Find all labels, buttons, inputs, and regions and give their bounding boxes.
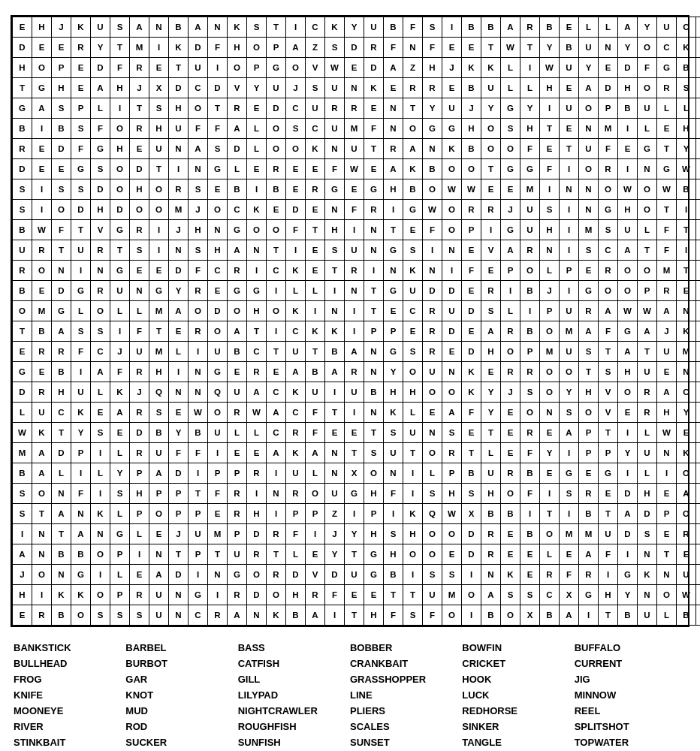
grid-cell: I	[345, 301, 364, 321]
grid-cell: B	[540, 17, 560, 38]
grid-cell: P	[228, 463, 247, 484]
grid-cell: F	[110, 58, 130, 78]
grid-cell: B	[520, 321, 540, 342]
grid-cell: E	[696, 159, 701, 179]
grid-cell: O	[696, 179, 701, 200]
grid-cell: L	[110, 504, 130, 524]
grid-cell: R	[91, 240, 110, 261]
grid-cell: M	[130, 38, 149, 58]
grid-cell: T	[481, 159, 501, 179]
grid-cell: I	[481, 220, 501, 240]
grid-cell: G	[71, 565, 91, 585]
grid-cell: F	[306, 403, 325, 423]
grid-cell: K	[696, 58, 701, 78]
grid-cell: D	[91, 179, 110, 200]
grid-cell: R	[130, 403, 149, 423]
grid-cell: W	[247, 403, 267, 423]
grid-cell: U	[696, 119, 701, 139]
grid-cell: Q	[149, 382, 169, 403]
grid-cell: D	[71, 200, 91, 220]
grid-cell: Y	[325, 544, 345, 565]
grid-cell: G	[599, 200, 618, 220]
grid-cell: T	[481, 423, 501, 443]
grid-cell: I	[267, 463, 286, 484]
grid-cell: G	[364, 179, 384, 200]
grid-cell: R	[481, 200, 501, 220]
grid-cell: O	[618, 281, 638, 301]
grid-cell: O	[110, 179, 130, 200]
grid-cell: R	[267, 159, 286, 179]
grid-cell: M	[169, 200, 189, 220]
word-item: SUNFISH	[238, 735, 350, 749]
grid-cell: O	[32, 261, 52, 281]
grid-cell: A	[657, 382, 677, 403]
grid-cell: L	[71, 301, 91, 321]
grid-cell: G	[91, 139, 110, 159]
grid-cell: O	[306, 484, 325, 504]
grid-cell: B	[32, 321, 52, 342]
grid-cell: P	[110, 585, 130, 605]
grid-cell: R	[286, 423, 306, 443]
grid-cell: R	[247, 463, 267, 484]
grid-cell: T	[403, 585, 423, 605]
grid-cell: I	[540, 179, 560, 200]
grid-cell: P	[110, 544, 130, 565]
grid-cell: W	[618, 301, 638, 321]
grid-cell: G	[71, 281, 91, 301]
grid-cell: R	[579, 484, 599, 504]
grid-cell: A	[228, 605, 247, 626]
grid-cell: U	[345, 382, 364, 403]
grid-cell: N	[32, 544, 52, 565]
grid-cell: T	[403, 443, 423, 463]
grid-cell: H	[189, 220, 208, 240]
grid-cell: W	[462, 179, 481, 200]
grid-cell: F	[520, 484, 540, 504]
grid-cell: O	[403, 119, 423, 139]
grid-cell: P	[520, 342, 540, 362]
grid-cell: O	[149, 179, 169, 200]
grid-cell: H	[657, 403, 677, 423]
grid-cell: N	[364, 403, 384, 423]
grid-cell: U	[560, 342, 579, 362]
grid-cell: I	[13, 524, 32, 544]
grid-cell: U	[149, 585, 169, 605]
grid-cell: S	[677, 78, 696, 98]
grid-cell: F	[208, 38, 228, 58]
grid-cell: R	[345, 362, 364, 382]
word-list: BANKSTICKBARBELBASSBOBBERBOWFINBUFFALOBU…	[11, 641, 689, 751]
grid-cell: T	[599, 605, 618, 626]
word-item: SUNSET	[350, 735, 462, 749]
grid-cell: F	[345, 200, 364, 220]
grid-cell: N	[403, 38, 423, 58]
grid-cell: T	[52, 423, 71, 443]
grid-cell: P	[71, 98, 91, 119]
grid-cell: R	[481, 544, 501, 565]
grid-cell: I	[618, 119, 638, 139]
grid-cell: P	[540, 301, 560, 321]
grid-cell: S	[286, 119, 306, 139]
grid-cell: G	[247, 281, 267, 301]
grid-cell: E	[677, 281, 696, 301]
grid-cell: S	[423, 565, 442, 585]
grid-cell: D	[208, 301, 228, 321]
grid-cell: S	[696, 240, 701, 261]
grid-cell: C	[677, 17, 696, 38]
grid-cell: Y	[169, 281, 189, 301]
grid-cell: N	[52, 484, 71, 504]
grid-cell: E	[286, 179, 306, 200]
grid-cell: R	[247, 362, 267, 382]
grid-cell: I	[208, 443, 228, 463]
grid-cell: N	[599, 38, 618, 58]
grid-cell: R	[501, 362, 520, 382]
grid-cell: U	[560, 301, 579, 321]
grid-cell: F	[423, 38, 442, 58]
grid-cell: U	[149, 139, 169, 159]
grid-cell: G	[110, 261, 130, 281]
grid-cell: V	[599, 382, 618, 403]
grid-cell: L	[130, 301, 149, 321]
grid-cell: A	[579, 78, 599, 98]
grid-cell: L	[13, 403, 32, 423]
grid-cell: U	[638, 362, 657, 382]
grid-cell: B	[384, 17, 403, 38]
grid-cell: M	[520, 179, 540, 200]
